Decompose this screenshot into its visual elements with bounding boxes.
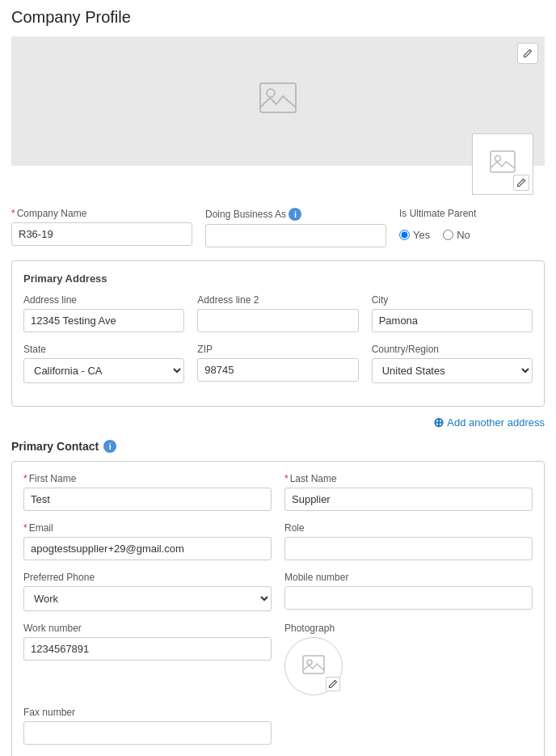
preferred-phone-label: Preferred Phone (23, 572, 272, 583)
banner-edit-button[interactable] (517, 43, 538, 64)
address-row-2: State California - CA ZIP Country/Region… (23, 344, 533, 383)
dba-group: Doing Business As i (205, 208, 386, 247)
svg-rect-0 (260, 83, 296, 112)
email-group: *Email (23, 522, 272, 560)
city-input[interactable] (372, 309, 533, 332)
country-select[interactable]: United States (372, 358, 533, 383)
primary-contact-section: *First Name *Last Name *Email Role Prefe… (11, 461, 545, 756)
contact-row-4: Work number Photograph (23, 623, 533, 695)
work-number-input[interactable] (23, 637, 272, 661)
contact-row-5: Fax number (23, 707, 533, 745)
contact-row-2: *Email Role (23, 522, 533, 560)
mobile-input[interactable] (284, 586, 533, 610)
email-input[interactable] (23, 537, 272, 560)
address-line-label: Address line (23, 294, 184, 306)
photograph-area (284, 637, 533, 695)
last-name-label: *Last Name (284, 473, 533, 484)
add-address-button[interactable]: ⊕ Add another address (433, 415, 545, 430)
mobile-label: Mobile number (284, 572, 533, 583)
primary-contact-header-row: Primary Contact i (11, 440, 545, 453)
last-name-input[interactable] (284, 488, 533, 511)
mobile-group: Mobile number (284, 572, 533, 611)
dba-info-icon[interactable]: i (289, 208, 301, 221)
state-select[interactable]: California - CA (23, 358, 184, 383)
add-address-plus-icon: ⊕ (433, 415, 444, 430)
fax-spacer (284, 707, 533, 745)
first-name-input[interactable] (23, 488, 272, 511)
logo-image-area (472, 133, 533, 195)
address-line-input[interactable] (23, 309, 184, 332)
no-radio-label[interactable]: No (443, 229, 470, 241)
page-title: Company Profile (11, 8, 545, 27)
svg-point-1 (267, 89, 275, 97)
no-radio[interactable] (443, 230, 453, 240)
photograph-group: Photograph (284, 623, 533, 695)
state-group: State California - CA (23, 344, 184, 383)
company-name-group: *Company Name (11, 208, 192, 247)
dba-input[interactable] (205, 224, 386, 247)
contact-row-3: Preferred Phone Work Mobile Fax Mobile n… (23, 572, 533, 611)
zip-group: ZIP (197, 344, 358, 383)
preferred-phone-group: Preferred Phone Work Mobile Fax (23, 572, 272, 611)
work-number-label: Work number (23, 623, 272, 634)
add-address-row: ⊕ Add another address (11, 415, 545, 430)
yes-radio[interactable] (399, 230, 410, 240)
company-info-section: *Company Name Doing Business As i Is Ult… (11, 208, 545, 247)
fax-group: Fax number (23, 707, 272, 745)
country-group: Country/Region United States (372, 344, 533, 383)
address-row-1: Address line Address line 2 City (23, 294, 533, 332)
company-name-label: *Company Name (11, 208, 192, 219)
logo-row (11, 166, 545, 195)
primary-address-title: Primary Address (23, 272, 533, 285)
dba-label: Doing Business As i (205, 208, 386, 221)
city-group: City (372, 294, 533, 332)
banner-image-area (11, 36, 545, 166)
address-line-group: Address line (23, 294, 184, 332)
svg-rect-2 (491, 151, 515, 172)
photo-placeholder-icon (302, 655, 325, 678)
work-number-group: Work number (23, 623, 272, 695)
add-address-label: Add another address (447, 416, 545, 429)
primary-address-section: Primary Address Address line Address lin… (11, 260, 545, 407)
photo-circle[interactable] (284, 637, 343, 695)
address-line2-group: Address line 2 (197, 294, 358, 332)
city-label: City (372, 294, 533, 306)
company-name-input[interactable] (11, 222, 192, 246)
ultimate-parent-group: Is Ultimate Parent Yes No (399, 208, 545, 247)
zip-input[interactable] (197, 358, 358, 382)
state-label: State (23, 344, 184, 355)
svg-point-5 (307, 660, 312, 665)
role-label: Role (284, 522, 533, 534)
fax-label: Fax number (23, 707, 272, 718)
logo-edit-button[interactable] (513, 175, 529, 191)
address-line2-input[interactable] (197, 309, 358, 332)
company-info-row: *Company Name Doing Business As i Is Ult… (11, 208, 545, 247)
yes-radio-label[interactable]: Yes (399, 229, 430, 241)
logo-placeholder-icon (490, 150, 516, 178)
role-input[interactable] (284, 537, 533, 560)
email-label: *Email (23, 522, 272, 534)
ultimate-parent-radio-group: Yes No (399, 229, 545, 244)
banner-placeholder-icon (259, 82, 297, 121)
zip-label: ZIP (197, 344, 358, 355)
contact-row-1: *First Name *Last Name (23, 473, 533, 511)
country-label: Country/Region (372, 344, 533, 355)
svg-point-3 (495, 156, 501, 162)
role-group: Role (284, 522, 533, 560)
last-name-group: *Last Name (284, 473, 533, 511)
first-name-label: *First Name (23, 473, 272, 484)
photo-edit-button[interactable] (326, 677, 340, 691)
preferred-phone-select[interactable]: Work Mobile Fax (23, 586, 272, 611)
first-name-group: *First Name (23, 473, 272, 511)
address-line2-label: Address line 2 (197, 294, 358, 306)
primary-contact-info-icon[interactable]: i (103, 440, 116, 453)
photograph-label: Photograph (284, 623, 533, 634)
primary-contact-title: Primary Contact (11, 440, 99, 453)
fax-input[interactable] (23, 721, 272, 745)
svg-rect-4 (303, 656, 324, 674)
ultimate-parent-label: Is Ultimate Parent (399, 208, 545, 219)
